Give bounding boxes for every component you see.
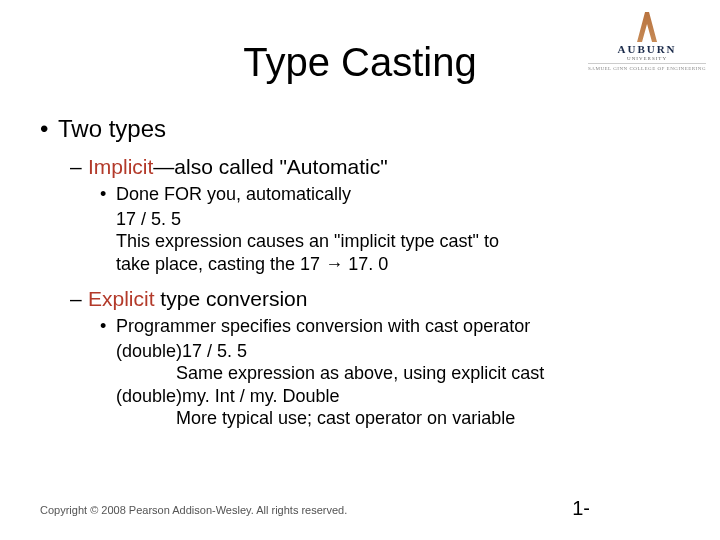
page-number: 1- — [572, 497, 590, 520]
implicit-line4: take place, casting the 17 → 17. 0 — [116, 253, 680, 276]
explicit-sub-lead: Programmer specifies conversion with cas… — [100, 315, 680, 338]
auburn-logo: AUBURN UNIVERSITY SAMUEL GINN COLLEGE OF… — [588, 12, 706, 71]
implicit-sub-lead: Done FOR you, automatically — [100, 183, 680, 206]
implicit-line3: This expression causes an "implicit type… — [116, 230, 680, 253]
logo-tower-icon — [637, 12, 657, 42]
copyright: Copyright © 2008 Pearson Addison-Wesley.… — [40, 504, 347, 516]
explicit-line3: Same expression as above, using explicit… — [176, 362, 680, 385]
bullet-two-types: Two types — [40, 115, 680, 143]
implicit-rest: —also called "Automatic" — [153, 155, 387, 178]
explicit-term: Explicit — [88, 287, 155, 310]
bullet-implicit: Implicit—also called "Automatic" — [70, 155, 680, 179]
explicit-line5: More typical use; cast operator on varia… — [176, 407, 680, 430]
explicit-line4: (double)my. Int / my. Double — [116, 385, 680, 408]
bullet-explicit: Explicit type conversion — [70, 287, 680, 311]
logo-name: AUBURN — [588, 44, 706, 56]
explicit-line2: (double)17 / 5. 5 — [116, 340, 680, 363]
logo-college: SAMUEL GINN COLLEGE OF ENGINEERING — [588, 63, 706, 71]
implicit-line2: 17 / 5. 5 — [116, 208, 680, 231]
implicit-term: Implicit — [88, 155, 153, 178]
explicit-rest: type conversion — [155, 287, 308, 310]
logo-university: UNIVERSITY — [588, 56, 706, 61]
slide: AUBURN UNIVERSITY SAMUEL GINN COLLEGE OF… — [0, 0, 720, 540]
slide-title: Type Casting — [40, 40, 680, 85]
